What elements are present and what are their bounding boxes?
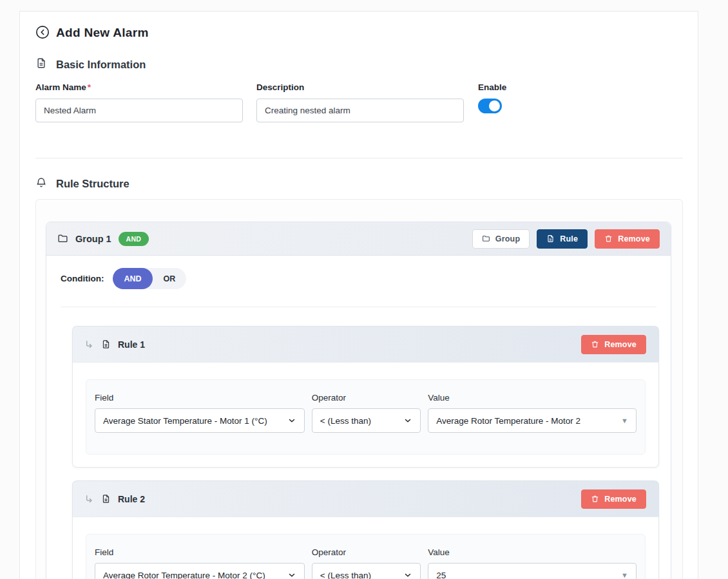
page-title: Add New Alarm [56, 26, 149, 40]
value-label: Value [428, 393, 637, 403]
rule-structure-title: Rule Structure [56, 178, 129, 190]
basic-info-form: Alarm Name* Description Enable [35, 82, 683, 122]
corner-down-right-icon [84, 339, 94, 349]
add-group-button[interactable]: Group [472, 229, 530, 249]
condition-toggle: AND OR [113, 268, 186, 289]
group-card: Group 1 AND Group Rule Remove [46, 222, 671, 579]
chevron-down-icon [287, 571, 296, 579]
rule-1-operator-select[interactable]: < (Less than) [312, 408, 421, 433]
trash-icon [604, 234, 613, 243]
description-group: Description [256, 82, 464, 122]
condition-option-and[interactable]: AND [113, 268, 152, 289]
rule-1-value-select[interactable]: Average Rotor Temperature - Motor 2 ▼ [428, 408, 637, 433]
field-label: Field [95, 547, 305, 557]
rule-2-title: Rule 2 [118, 494, 145, 504]
remove-rule-1-button[interactable]: Remove [581, 335, 646, 354]
rule-1-header: Rule 1 Remove [72, 326, 659, 362]
rule-1-operator-group: Operator < (Less than) [312, 393, 421, 433]
bell-icon [35, 176, 47, 191]
basic-information-heading: Basic Information [35, 57, 683, 71]
page-header: Add New Alarm [35, 26, 683, 40]
rule-2-field-group: Field Average Rotor Temperature - Motor … [95, 547, 305, 579]
group-header: Group 1 AND Group Rule Remove [46, 222, 671, 256]
remove-group-button[interactable]: Remove [595, 229, 660, 249]
alarm-name-label: Alarm Name* [35, 82, 243, 92]
value-label: Value [428, 547, 637, 557]
folder-icon [57, 233, 68, 244]
file-icon [101, 494, 111, 504]
rule-1-value-group: Value Average Rotor Temperature - Motor … [428, 393, 637, 433]
rule-2-fields: Field Average Rotor Temperature - Motor … [86, 534, 646, 579]
remove-rule-2-button[interactable]: Remove [581, 489, 646, 509]
rule-structure-heading: Rule Structure [35, 176, 683, 191]
document-icon [35, 57, 47, 71]
condition-option-or[interactable]: OR [153, 268, 187, 289]
back-arrow-icon [35, 25, 50, 41]
description-input[interactable] [256, 99, 464, 122]
caret-down-icon: ▼ [621, 417, 628, 424]
rules-area: Rule 1 Remove Field [46, 307, 671, 579]
section-divider [35, 158, 683, 158]
chevron-down-icon [287, 416, 296, 425]
chevron-down-icon [403, 416, 412, 425]
group-body: Condition: AND OR [46, 256, 671, 579]
group-condition-badge: AND [119, 232, 149, 246]
rule-2-header: Rule 2 Remove [72, 480, 659, 517]
condition-label: Condition: [61, 274, 104, 283]
operator-label: Operator [312, 393, 421, 403]
caret-down-icon: ▼ [621, 572, 628, 579]
trash-icon [591, 340, 599, 348]
add-rule-button[interactable]: Rule [537, 229, 588, 249]
rule-card-2: Rule 2 Remove Field [72, 480, 659, 579]
file-icon [546, 234, 555, 243]
description-label: Description [256, 82, 464, 92]
rule-2-body: Field Average Rotor Temperature - Motor … [72, 517, 659, 579]
required-asterisk: * [88, 82, 91, 92]
trash-icon [591, 495, 599, 503]
toggle-knob [489, 100, 500, 111]
folder-icon [482, 234, 490, 243]
add-alarm-card: Add New Alarm Basic Information Alarm Na… [19, 11, 698, 579]
field-label: Field [95, 393, 305, 403]
rule-1-field-select[interactable]: Average Stator Temperature - Motor 1 (°C… [95, 408, 305, 433]
rule-structure-panel: Group 1 AND Group Rule Remove [35, 199, 683, 579]
rule-2-field-select[interactable]: Average Rotor Temperature - Motor 2 (°C) [95, 563, 305, 579]
rule-1-field-group: Field Average Stator Temperature - Motor… [95, 393, 305, 433]
rule-1-title: Rule 1 [118, 339, 145, 350]
back-button[interactable] [35, 26, 50, 40]
group-title: Group 1 [75, 234, 111, 244]
enable-toggle[interactable] [478, 99, 502, 113]
rule-2-value-select[interactable]: 25 ▼ [428, 563, 637, 579]
file-icon [101, 339, 111, 349]
enable-label: Enable [478, 82, 506, 92]
rule-2-operator-group: Operator < (Less than) [312, 547, 421, 579]
rule-1-fields: Field Average Stator Temperature - Motor… [86, 379, 646, 455]
chevron-down-icon [403, 571, 412, 579]
operator-label: Operator [312, 547, 421, 557]
alarm-name-input[interactable] [35, 99, 243, 122]
rule-2-value-group: Value 25 ▼ [428, 547, 637, 579]
rule-2-operator-select[interactable]: < (Less than) [312, 563, 421, 579]
alarm-name-group: Alarm Name* [35, 82, 243, 122]
condition-row: Condition: AND OR [46, 256, 671, 298]
rule-card-1: Rule 1 Remove Field [72, 326, 659, 468]
basic-information-title: Basic Information [56, 59, 146, 71]
corner-down-right-icon [84, 494, 94, 504]
enable-group: Enable [478, 82, 506, 122]
rule-1-body: Field Average Stator Temperature - Motor… [72, 362, 659, 468]
